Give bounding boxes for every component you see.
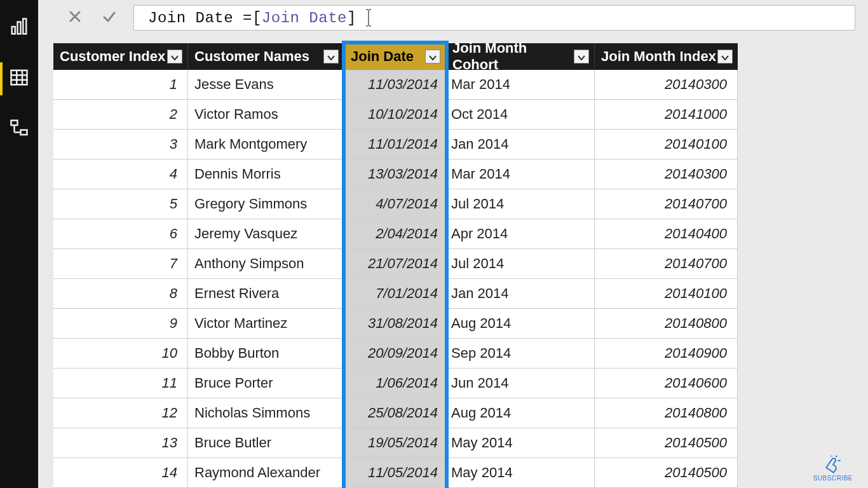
cell-customer-index[interactable]: 11 (53, 369, 188, 398)
cell-join-date[interactable]: 10/10/2014 (344, 100, 446, 130)
filter-button[interactable] (167, 50, 182, 64)
cell-join-month-index[interactable]: 20140600 (595, 369, 738, 398)
filter-button[interactable] (574, 50, 589, 64)
nav-data-view[interactable] (0, 62, 38, 95)
cell-join-month-cohort[interactable]: Aug 2014 (446, 309, 595, 339)
cell-customer-name[interactable]: Victor Ramos (188, 100, 344, 130)
cell-customer-name[interactable]: Mark Montgomery (188, 130, 344, 159)
svg-line-20 (836, 456, 837, 457)
cell-join-month-index[interactable]: 20140300 (595, 159, 738, 189)
cell-customer-name[interactable]: Dennis Morris (188, 159, 344, 189)
formula-cancel-button[interactable] (66, 9, 84, 27)
cell-customer-name[interactable]: Raymond Alexander (188, 458, 344, 488)
cell-customer-name[interactable]: Anthony Simpson (188, 249, 344, 279)
cell-customer-name[interactable]: Bobby Burton (188, 339, 344, 369)
cell-join-month-cohort[interactable]: Sep 2014 (446, 339, 595, 369)
cell-join-month-cohort[interactable]: Oct 2014 (446, 100, 595, 130)
cell-join-month-cohort[interactable]: Aug 2014 (446, 398, 595, 428)
cell-customer-index[interactable]: 6 (53, 219, 188, 249)
cell-join-date[interactable]: 11/05/2014 (344, 458, 446, 488)
cell-customer-name[interactable]: Bruce Porter (188, 369, 344, 398)
cell-customer-name[interactable]: Victor Martinez (188, 309, 344, 339)
column-header-customer-index[interactable]: Customer Index (53, 43, 188, 70)
nav-report-view[interactable] (0, 11, 38, 44)
cell-join-date[interactable]: 13/03/2014 (344, 159, 446, 189)
cell-join-month-index[interactable]: 20140700 (595, 189, 738, 219)
cell-customer-name[interactable]: Gregory Simmons (188, 189, 344, 219)
cell-join-month-index[interactable]: 20140800 (595, 309, 738, 339)
cell-join-month-index[interactable]: 20140300 (595, 70, 738, 100)
column-header-join-month-cohort[interactable]: Join Month Cohort (446, 43, 595, 70)
cell-join-date[interactable]: 20/09/2014 (344, 339, 446, 369)
svg-rect-1 (18, 22, 21, 34)
filter-button[interactable] (717, 50, 733, 64)
cell-join-month-index[interactable]: 20140700 (595, 249, 738, 279)
chevron-down-icon (327, 48, 335, 65)
cell-join-month-index[interactable]: 20140400 (595, 219, 738, 249)
left-nav-rail (0, 0, 38, 488)
cell-join-month-cohort[interactable]: Jun 2014 (446, 369, 595, 398)
table-icon (10, 68, 29, 90)
filter-button[interactable] (425, 50, 440, 64)
cell-customer-index[interactable]: 12 (53, 398, 188, 428)
cell-customer-index[interactable]: 13 (53, 428, 188, 458)
cell-join-month-index[interactable]: 20140800 (595, 398, 738, 428)
cell-join-month-cohort[interactable]: Mar 2014 (446, 70, 595, 100)
cell-join-date[interactable]: 25/08/2014 (344, 398, 446, 428)
cell-customer-index[interactable]: 3 (53, 130, 188, 159)
cell-join-date[interactable]: 31/08/2014 (344, 309, 446, 339)
cell-join-date[interactable]: 1/06/2014 (344, 369, 446, 398)
subscribe-badge[interactable]: SUBSCRIBE (813, 456, 853, 482)
column-header-customer-names[interactable]: Customer Names (188, 43, 344, 70)
cell-join-month-cohort[interactable]: Apr 2014 (446, 219, 595, 249)
cell-join-month-index[interactable]: 20140100 (595, 130, 738, 159)
cell-customer-index[interactable]: 10 (53, 339, 188, 369)
cell-customer-index[interactable]: 14 (53, 458, 188, 488)
data-table: Customer Index Customer Names Join Date … (53, 43, 855, 488)
cell-join-month-cohort[interactable]: Jan 2014 (446, 130, 595, 159)
cell-customer-index[interactable]: 1 (53, 70, 188, 100)
cell-join-date[interactable]: 19/05/2014 (344, 428, 446, 458)
finger-tap-icon (820, 456, 846, 475)
cell-customer-index[interactable]: 5 (53, 189, 188, 219)
column-header-join-date[interactable]: Join Date (344, 43, 446, 70)
nav-model-view[interactable] (0, 113, 38, 146)
cell-join-month-cohort[interactable]: May 2014 (446, 428, 595, 458)
cell-customer-index[interactable]: 2 (53, 100, 188, 130)
cell-join-month-index[interactable]: 20140500 (595, 458, 738, 488)
cell-join-date[interactable]: 21/07/2014 (344, 249, 446, 279)
cell-join-month-index[interactable]: 20140900 (595, 339, 738, 369)
column-header-join-month-index[interactable]: Join Month Index (595, 43, 738, 70)
cell-customer-name[interactable]: Ernest Rivera (188, 279, 344, 309)
cell-customer-name[interactable]: Jesse Evans (188, 70, 344, 100)
check-icon (102, 9, 117, 27)
cell-join-month-cohort[interactable]: May 2014 (446, 458, 595, 488)
cell-join-date[interactable]: 4/07/2014 (344, 189, 446, 219)
formula-input[interactable]: Join Date = [Join Date] (133, 5, 855, 30)
formula-text-prefix: Join Date = (148, 10, 252, 27)
cell-customer-name[interactable]: Nicholas Simmons (188, 398, 344, 428)
filter-button[interactable] (323, 50, 339, 64)
cell-join-date[interactable]: 11/03/2014 (344, 70, 446, 100)
cell-join-month-index[interactable]: 20140500 (595, 428, 738, 458)
cell-customer-index[interactable]: 4 (53, 159, 188, 189)
cell-join-month-cohort[interactable]: Jul 2014 (446, 249, 595, 279)
svg-rect-3 (11, 71, 27, 85)
cell-join-month-index[interactable]: 20141000 (595, 100, 738, 130)
cell-customer-name[interactable]: Jeremy Vasquez (188, 219, 344, 249)
cell-join-date[interactable]: 2/04/2014 (344, 219, 446, 249)
cell-customer-index[interactable]: 9 (53, 309, 188, 339)
cell-join-month-cohort[interactable]: Jul 2014 (446, 189, 595, 219)
cell-join-month-cohort[interactable]: Jan 2014 (446, 279, 595, 309)
formula-commit-button[interactable] (100, 9, 118, 27)
cell-customer-index[interactable]: 8 (53, 279, 188, 309)
cell-customer-name[interactable]: Bruce Butler (188, 428, 344, 458)
column-header-label: Customer Index (60, 48, 165, 65)
cell-customer-index[interactable]: 7 (53, 249, 188, 279)
cell-join-date[interactable]: 7/01/2014 (344, 279, 446, 309)
column-header-label: Join Month Index (601, 48, 716, 65)
cell-join-date[interactable]: 11/01/2014 (344, 130, 446, 159)
cell-join-month-cohort[interactable]: Mar 2014 (446, 159, 595, 189)
svg-line-19 (830, 456, 832, 456)
cell-join-month-index[interactable]: 20140100 (595, 279, 738, 309)
